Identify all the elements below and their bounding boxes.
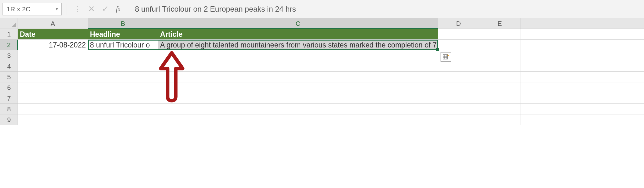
cell-A4[interactable] [18, 61, 88, 72]
cancel-icon[interactable]: ✕ [88, 4, 95, 14]
col-head-extra[interactable] [520, 18, 644, 29]
cell-D1[interactable] [438, 29, 479, 40]
cell-C5[interactable] [158, 72, 438, 82]
cell-E7[interactable] [479, 93, 520, 104]
cell-B2[interactable]: 8 unfurl Tricolour o [88, 40, 158, 50]
cell-E4[interactable] [479, 61, 520, 72]
cell-extra4[interactable] [520, 61, 644, 72]
divider [66, 3, 66, 15]
cell-A3[interactable] [18, 50, 88, 61]
enter-icon[interactable]: ✓ [102, 4, 109, 14]
header-cell-article[interactable]: Article [158, 29, 438, 40]
cell-C6[interactable] [158, 82, 438, 93]
cell-B8[interactable] [88, 104, 158, 114]
cell-A9[interactable] [18, 114, 88, 125]
name-box[interactable]: 1R x 2C ▼ [3, 3, 62, 15]
name-box-value: 1R x 2C [7, 5, 31, 13]
row-head-9[interactable]: 9 [0, 114, 18, 125]
svg-marker-0 [447, 54, 449, 56]
col-head-B[interactable]: B [88, 18, 158, 29]
svg-rect-1 [443, 55, 447, 59]
row-head-5[interactable]: 5 [0, 72, 18, 82]
cell-B6[interactable] [88, 82, 158, 93]
cell-extra6[interactable] [520, 82, 644, 93]
fx-icon[interactable]: fx [116, 5, 120, 14]
spreadsheet-grid[interactable]: A B C D E 1 Date Headline Article 2 17-0… [0, 18, 644, 125]
row-head-4[interactable]: 4 [0, 61, 18, 72]
cell-B5[interactable] [88, 72, 158, 82]
cell-extra5[interactable] [520, 72, 644, 82]
cell-E6[interactable] [479, 82, 520, 93]
cell-C2-value: A group of eight talented mountaineers f… [160, 41, 486, 49]
cell-D8[interactable] [438, 104, 479, 114]
cell-D6[interactable] [438, 82, 479, 93]
header-cell-headline[interactable]: Headline [88, 29, 158, 40]
cell-C2[interactable]: A group of eight talented mountaineers f… [158, 40, 438, 50]
cell-D7[interactable] [438, 93, 479, 104]
cell-C4[interactable] [158, 61, 438, 72]
formula-bar: 1R x 2C ▼ ⋮ ✕ ✓ fx [0, 0, 644, 18]
cell-extra9[interactable] [520, 114, 644, 125]
cell-B2-value: 8 unfurl Tricolour o [90, 41, 150, 49]
divider [128, 3, 128, 15]
formula-bar-buttons: ⋮ ✕ ✓ fx [71, 4, 123, 14]
cell-A5[interactable] [18, 72, 88, 82]
cell-E3[interactable] [479, 50, 520, 61]
cell-C9[interactable] [158, 114, 438, 125]
drag-handle-icon: ⋮ [74, 8, 81, 10]
cell-D9[interactable] [438, 114, 479, 125]
cell-E9[interactable] [479, 114, 520, 125]
select-all-corner[interactable] [0, 18, 18, 29]
row-head-7[interactable]: 7 [0, 93, 18, 104]
cell-extra2[interactable] [520, 40, 644, 50]
row-head-6[interactable]: 6 [0, 82, 18, 93]
formula-input[interactable] [132, 3, 641, 15]
row-head-2[interactable]: 2 [0, 40, 18, 50]
cell-D2[interactable] [438, 40, 479, 50]
cell-extra1[interactable] [520, 29, 644, 40]
col-head-D[interactable]: D [438, 18, 479, 29]
cell-extra7[interactable] [520, 93, 644, 104]
cell-extra3[interactable] [520, 50, 644, 61]
cell-A7[interactable] [18, 93, 88, 104]
row-head-8[interactable]: 8 [0, 104, 18, 114]
cell-extra8[interactable] [520, 104, 644, 114]
cell-B7[interactable] [88, 93, 158, 104]
chevron-down-icon[interactable]: ▼ [55, 7, 59, 11]
cell-E2[interactable] [479, 40, 520, 50]
col-head-C[interactable]: C [158, 18, 438, 29]
cell-E1[interactable] [479, 29, 520, 40]
cell-D5[interactable] [438, 72, 479, 82]
row-head-1[interactable]: 1 [0, 29, 18, 40]
header-cell-date[interactable]: Date [18, 29, 88, 40]
cell-B9[interactable] [88, 114, 158, 125]
cell-C3[interactable] [158, 50, 438, 61]
quick-analysis-button[interactable] [441, 52, 451, 62]
row-head-3[interactable]: 3 [0, 50, 18, 61]
col-head-E[interactable]: E [479, 18, 520, 29]
cell-B3[interactable] [88, 50, 158, 61]
cell-E5[interactable] [479, 72, 520, 82]
cell-A2[interactable]: 17-08-2022 [18, 40, 88, 50]
cell-D4[interactable] [438, 61, 479, 72]
cell-C7[interactable] [158, 93, 438, 104]
cell-E8[interactable] [479, 104, 520, 114]
col-head-A[interactable]: A [18, 18, 88, 29]
cell-B4[interactable] [88, 61, 158, 72]
cell-C8[interactable] [158, 104, 438, 114]
cell-A6[interactable] [18, 82, 88, 93]
cell-A8[interactable] [18, 104, 88, 114]
